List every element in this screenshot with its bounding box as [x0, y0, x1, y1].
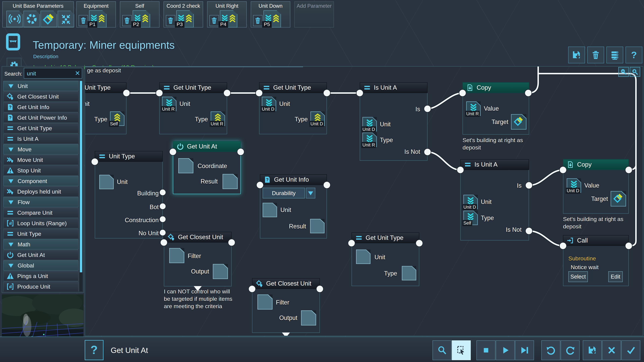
sidebar-category-move[interactable]: Move	[3, 144, 78, 154]
node-call[interactable]: Call Subroutine Notice wait Select Edit	[563, 235, 629, 286]
stop-button[interactable]	[476, 340, 496, 360]
delete-parameter-button[interactable]	[210, 15, 219, 26]
node-header[interactable]: Get Unit Type	[85, 82, 126, 93]
sidebar-category-math[interactable]: Math	[3, 239, 78, 249]
node-header[interactable]: Get Unit Type	[259, 82, 327, 93]
node-header[interactable]: Unit Type	[95, 151, 163, 162]
sidebar-category-global[interactable]: Global	[3, 260, 78, 271]
node-get-unit-info[interactable]: Get Unit Info Durability Unit Result	[260, 174, 327, 239]
node-copy-1[interactable]: Copy Unit R Value Target	[462, 82, 529, 135]
target-card[interactable]	[511, 114, 526, 130]
sidebar-item-stop-unit[interactable]: Stop Unit	[3, 165, 78, 175]
delete-parameter-button[interactable]	[79, 15, 88, 26]
delete-behavior-button[interactable]	[587, 46, 604, 63]
tab-unit-down[interactable]: Unit Down P5	[251, 1, 290, 27]
node-header[interactable]: Get Closest Unit	[164, 232, 232, 243]
node-header[interactable]: Call	[563, 235, 629, 246]
play-button[interactable]	[496, 340, 515, 360]
tab-self[interactable]: Self P2	[120, 1, 160, 27]
sidebar-item-loop-units-range[interactable]: Loop Units (Range)	[3, 218, 78, 228]
sidebar-item-move-unit[interactable]: Move Unit	[3, 155, 78, 165]
node-unit-type[interactable]: Unit Type Unit Building Bot Construction…	[95, 151, 163, 239]
unit-card-empty[interactable]	[263, 203, 277, 217]
dropdown-arrow-button[interactable]	[306, 188, 315, 198]
type-card-empty[interactable]	[402, 266, 416, 280]
close-button[interactable]	[602, 340, 621, 360]
node-get-unit-type-1[interactable]: Get Unit Type Unit R Unit Type Unit R	[159, 82, 227, 134]
node-header[interactable]: Copy	[563, 159, 629, 170]
node-header[interactable]: Get Unit Type	[159, 82, 227, 93]
unit-card[interactable]: Unit D	[362, 117, 377, 131]
filter-card-empty[interactable]	[258, 295, 272, 310]
node-header[interactable]: Is Unit A	[360, 82, 428, 93]
node-header[interactable]: Get Unit Info	[260, 174, 327, 185]
sidebar-category-unit[interactable]: Unit	[3, 81, 78, 91]
node-header[interactable]: Copy	[462, 82, 529, 93]
library-button[interactable]	[606, 46, 623, 63]
zoom-tool-button[interactable]	[432, 340, 452, 360]
save-button[interactable]	[583, 340, 602, 360]
type-card[interactable]: Unit D	[310, 111, 325, 126]
node-is-unit-a-2[interactable]: Is Unit A Is Unit D Unit Self Type Is No…	[460, 159, 529, 241]
type-card[interactable]: Self	[464, 211, 478, 225]
description-label[interactable]: Description	[33, 54, 58, 59]
sidebar-item-get-closest-unit[interactable]: Get Closest Unit	[3, 91, 78, 102]
edit-button[interactable]: Edit	[608, 271, 623, 282]
node-header[interactable]: Is Unit A	[460, 159, 529, 170]
value-card[interactable]: Unit D	[567, 178, 581, 193]
undo-button[interactable]	[541, 340, 560, 360]
sidebar-item-get-unit-type[interactable]: Get Unit Type	[3, 123, 78, 133]
node-header[interactable]: Get Closest Unit	[252, 278, 320, 289]
unit-card[interactable]: Unit D	[262, 97, 276, 111]
tab-unit-base-parameters[interactable]: Unit Base Parameters	[2, 1, 74, 27]
result-card-empty[interactable]	[310, 219, 324, 233]
redo-button[interactable]	[561, 340, 580, 360]
sidebar-item-pings-a-unit[interactable]: Pings a Unit	[3, 271, 78, 281]
node-is-unit-a-1[interactable]: Is Unit A Is Unit D Unit Unit R Type Is …	[360, 82, 428, 161]
step-button[interactable]	[515, 340, 534, 360]
sidebar-item-compare-unit[interactable]: Compare Unit	[3, 208, 78, 218]
output-card-empty[interactable]	[301, 310, 316, 326]
node-get-unit-at[interactable]: Get Unit At Coordinate Result	[173, 141, 241, 194]
unit-card[interactable]: Unit R	[162, 97, 176, 111]
rotor-icon[interactable]	[24, 11, 40, 27]
sidebar-item-get-unit-power-info[interactable]: Get Unit Power Info	[3, 113, 78, 123]
select-button[interactable]: Select	[568, 271, 588, 282]
sidebar-item-get-unit-info[interactable]: Get Unit Info	[3, 102, 78, 112]
sidebar-item-is-unit-a[interactable]: Is Unit A	[3, 134, 78, 144]
type-card[interactable]: Self	[110, 111, 124, 126]
type-card[interactable]: Unit R	[362, 133, 377, 147]
converge-icon[interactable]	[58, 11, 74, 27]
node-get-unit-type-2[interactable]: Get Unit Type Unit D Unit Type Unit D	[259, 82, 327, 134]
delete-parameter-button[interactable]	[253, 15, 262, 26]
unit-card[interactable]: Unit D	[464, 195, 478, 209]
clear-search-icon[interactable]: ✕	[75, 69, 80, 77]
sidebar-item-get-unit-at[interactable]: Get Unit At	[3, 250, 78, 260]
unit-card-empty[interactable]	[356, 250, 370, 264]
output-card-empty[interactable]	[213, 264, 228, 279]
zoom-out-button[interactable]	[618, 67, 629, 77]
node-copy-2[interactable]: Copy Unit D Value Target	[563, 159, 629, 214]
sidebar-item-unit-type[interactable]: Unit Type	[3, 229, 78, 239]
select-tool-button[interactable]	[452, 340, 471, 360]
sidebar-item-deploys-held-unit[interactable]: Deploys held unit	[3, 187, 78, 197]
tab-unit-right[interactable]: Unit Right P4	[207, 1, 247, 27]
sidebar-scrollbar[interactable]	[80, 81, 82, 292]
help-button[interactable]	[626, 46, 642, 63]
value-card[interactable]: Unit R	[466, 101, 481, 116]
node-header[interactable]: Get Unit At	[173, 141, 241, 152]
delete-parameter-button[interactable]	[122, 15, 132, 26]
delete-parameter-button[interactable]	[166, 15, 175, 26]
signal-icon[interactable]	[6, 11, 23, 27]
unit-card-empty[interactable]	[99, 175, 114, 189]
node-get-closest-unit-1[interactable]: Get Closest Unit Filter Output	[164, 232, 232, 286]
type-card[interactable]: Unit R	[211, 111, 225, 126]
info-dropdown[interactable]: Durability	[263, 188, 305, 198]
scrollbar-thumb[interactable]	[80, 81, 82, 272]
zoom-in-button[interactable]	[630, 67, 640, 77]
node-get-unit-type-clipped[interactable]: Get Unit Type Unit Type Self	[85, 82, 126, 134]
filter-card-empty[interactable]	[169, 248, 184, 263]
confirm-button[interactable]	[621, 340, 640, 360]
sidebar-category-flow[interactable]: Flow	[3, 197, 78, 207]
search-input[interactable]: unit ✕	[24, 68, 82, 79]
